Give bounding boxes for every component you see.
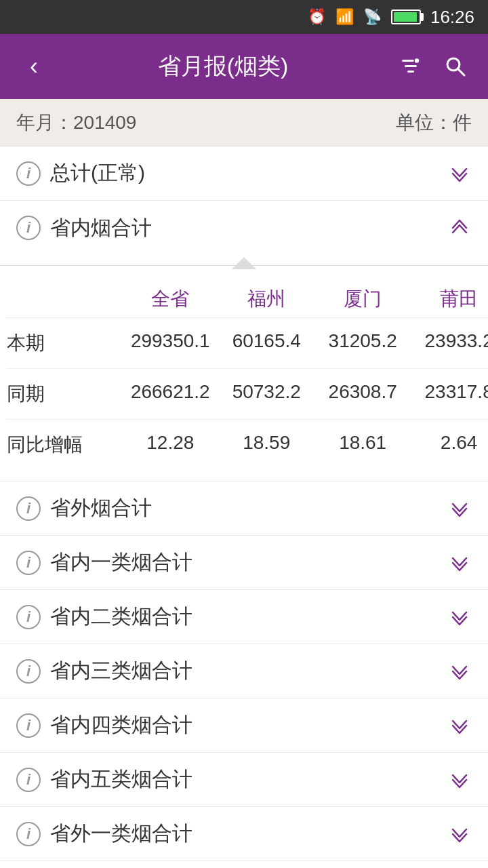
chevron-down-icon [447,161,472,186]
chevron-down-icon-4 [447,605,472,629]
chevron-p3 [447,659,472,684]
section-p5-label: 省内五类烟合计 [50,766,192,793]
chevron-p2 [447,605,472,629]
row-growth-fuzhou: 18.59 [218,432,314,458]
row-benqi-xiamen: 31205.2 [314,330,411,356]
row-tongqi-xiamen: 26308.7 [314,381,411,407]
unit-label: 单位：件 [396,110,472,136]
section-p1-label: 省内一类烟合计 [50,549,192,576]
section-p3-label: 省内三类烟合计 [50,657,192,685]
page-title: 省月报(烟类) [54,51,392,82]
table-row-growth: 同比增幅 12.28 18.59 18.61 2.64 2.64 [7,419,488,470]
info-icon-o1: i [16,822,41,846]
section-outside-class1[interactable]: i 省外一类烟合计 [0,807,488,861]
svg-rect-1 [405,65,417,67]
section-outside-province[interactable]: i 省外烟合计 [0,481,488,536]
section-province-class3[interactable]: i 省内三类烟合计 [0,644,488,698]
info-icon-p1: i [16,551,41,575]
chevron-p1 [447,551,472,575]
province-table-container: 全省 福州 厦门 莆田 三明 本期 299350.1 60165.4 31205… [0,255,488,481]
info-icon-outside: i [16,496,41,521]
row-benqi-label: 本期 [7,330,122,356]
section-p1-left: i 省内一类烟合计 [16,549,192,576]
chevron-province [447,216,472,240]
back-icon: ‹ [30,52,38,81]
svg-line-5 [458,68,464,75]
search-button[interactable] [436,47,474,85]
svg-point-3 [414,58,420,64]
info-icon-p2: i [16,605,41,629]
section-p4-label: 省内四类烟合计 [50,711,192,739]
clock-icon: ⏰ [308,8,326,26]
search-icon [444,55,467,78]
row-growth-quansheng: 12.28 [122,432,218,458]
section-p5-left: i 省内五类烟合计 [16,766,192,793]
table-row-tongqi: 同期 266621.2 50732.2 26308.7 23317.8 2331… [7,368,488,419]
section-province-class1[interactable]: i 省内一类烟合计 [0,536,488,590]
section-total-label: 总计(正常) [50,159,145,187]
status-bar: ⏰ 📶 📡 16:26 [0,0,488,34]
section-outside-label: 省外烟合计 [50,494,152,522]
info-icon-province: i [16,216,41,240]
header-actions [392,47,474,85]
divider-area [0,255,488,275]
chevron-p4 [447,713,472,738]
section-p2-left: i 省内二类烟合计 [16,603,192,631]
section-p4-left: i 省内四类烟合计 [16,711,192,739]
row-growth-putian: 2.64 [411,432,488,458]
row-growth-xiamen: 18.61 [314,432,411,458]
chevron-total [447,161,472,186]
section-p3-left: i 省内三类烟合计 [16,657,192,685]
col-header-empty [7,286,122,312]
section-outside-left: i 省外烟合计 [16,494,152,522]
row-benqi-quansheng: 299350.1 [122,330,218,356]
wifi-icon: 📶 [336,8,354,26]
section-province-total[interactable]: i 省内烟合计 [0,201,488,255]
app-header: ‹ 省月报(烟类) [0,34,488,99]
col-header-xiamen: 厦门 [314,286,411,312]
row-tongqi-fuzhou: 50732.2 [218,381,314,407]
chevron-up-icon [447,216,472,240]
section-total-left: i 总计(正常) [16,159,145,187]
signal-icon: 📡 [363,8,382,26]
info-icon-p5: i [16,768,41,792]
info-icon-p3: i [16,659,41,684]
row-tongqi-quansheng: 266621.2 [122,381,218,407]
row-tongqi-putian: 23317.8 [411,381,488,407]
chevron-down-icon-8 [447,822,472,846]
col-header-putian: 莆田 [411,286,488,312]
chevron-p5 [447,768,472,792]
section-o1-label: 省外一类烟合计 [50,820,192,848]
row-growth-label: 同比增幅 [7,432,122,458]
table-row-benqi: 本期 299350.1 60165.4 31205.2 23933.2 2393… [7,317,488,368]
section-province-class2[interactable]: i 省内二类烟合计 [0,590,488,644]
col-header-fuzhou: 福州 [218,286,314,312]
section-province-label: 省内烟合计 [50,214,152,242]
info-icon-total: i [16,161,41,186]
row-benqi-putian: 23933.2 [411,330,488,356]
year-month-label: 年月：201409 [16,110,136,136]
filter-icon [399,55,422,78]
divider-triangle [232,257,256,269]
table-scroll: 全省 福州 厦门 莆田 三明 本期 299350.1 60165.4 31205… [0,275,488,481]
filter-button[interactable] [392,47,430,85]
row-benqi-fuzhou: 60165.4 [218,330,314,356]
back-button[interactable]: ‹ [14,46,54,87]
row-tongqi-label: 同期 [7,381,122,407]
chevron-o1 [447,822,472,846]
battery-icon [391,9,421,24]
section-province-total-left: i 省内烟合计 [16,214,152,242]
data-table: 全省 福州 厦门 莆田 三明 本期 299350.1 60165.4 31205… [0,275,488,481]
table-header-row: 全省 福州 厦门 莆田 三明 [7,275,488,317]
info-icon-p4: i [16,713,41,738]
chevron-down-icon-3 [447,551,472,575]
section-outside-class2[interactable]: i 省外二类烟合计 [0,861,488,868]
section-province-class5[interactable]: i 省内五类烟合计 [0,753,488,807]
svg-rect-2 [407,71,414,73]
chevron-down-icon-6 [447,713,472,738]
section-p2-label: 省内二类烟合计 [50,603,192,631]
section-province-class4[interactable]: i 省内四类烟合计 [0,698,488,753]
chevron-down-icon-5 [447,659,472,684]
col-header-quansheng: 全省 [122,286,218,312]
section-total[interactable]: i 总计(正常) [0,146,488,201]
